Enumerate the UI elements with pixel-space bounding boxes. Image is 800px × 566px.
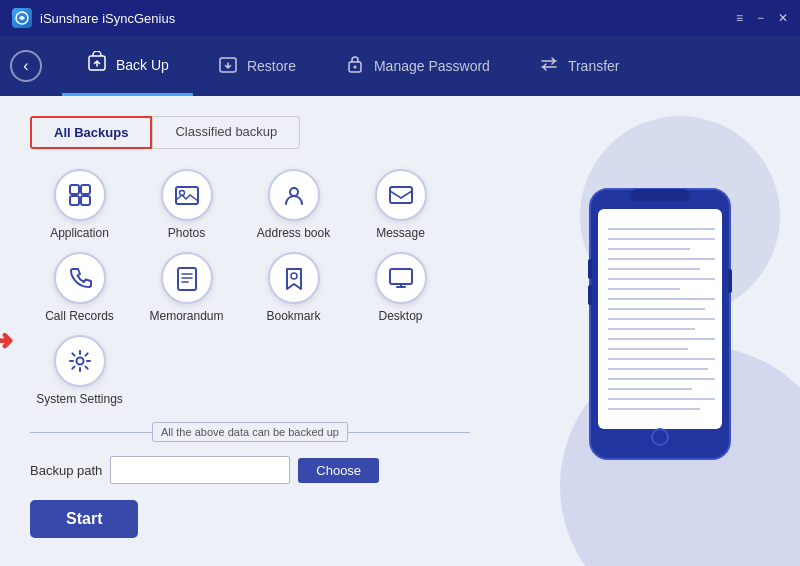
icon-desktop[interactable]: Desktop (351, 252, 450, 323)
tab-restore[interactable]: Restore (193, 36, 320, 96)
svg-rect-8 (81, 196, 90, 205)
icon-bookmark[interactable]: Bookmark (244, 252, 343, 323)
backup-path-input[interactable] (110, 456, 290, 484)
system-settings-label: System Settings (36, 392, 123, 406)
choose-button[interactable]: Choose (298, 458, 379, 483)
address-book-icon (268, 169, 320, 221)
icons-grid: Application Photos (30, 169, 450, 406)
address-book-label: Address book (257, 226, 330, 240)
svg-rect-5 (70, 185, 79, 194)
tab-restore-label: Restore (247, 58, 296, 74)
application-icon (54, 169, 106, 221)
backup-tabs: All Backups Classified backup (30, 116, 490, 149)
title-bar-left: iSunshare iSyncGenius (12, 8, 175, 28)
menu-icon[interactable]: ≡ (736, 11, 743, 25)
memorandum-icon (161, 252, 213, 304)
right-panel (520, 96, 800, 566)
svg-rect-12 (390, 187, 412, 203)
bookmark-icon (268, 252, 320, 304)
svg-rect-42 (728, 269, 732, 293)
tab-backup-label: Back Up (116, 57, 169, 73)
transfer-icon (538, 53, 560, 80)
call-records-icon (54, 252, 106, 304)
desktop-label: Desktop (378, 309, 422, 323)
nav-tabs: Back Up Restore Manage Password (62, 36, 800, 96)
start-button[interactable]: Start (30, 500, 138, 538)
svg-rect-19 (630, 189, 690, 201)
tab-all-backups[interactable]: All Backups (30, 116, 152, 149)
message-icon (375, 169, 427, 221)
tab-transfer-label: Transfer (568, 58, 620, 74)
tab-manage-password[interactable]: Manage Password (320, 36, 514, 96)
tab-manage-password-label: Manage Password (374, 58, 490, 74)
svg-point-11 (290, 188, 298, 196)
message-label: Message (376, 226, 425, 240)
system-settings-icon (54, 335, 106, 387)
phone-illustration (570, 179, 750, 483)
close-button[interactable]: ✕ (778, 11, 788, 25)
restore-icon (217, 53, 239, 80)
nav-bar: ‹ Back Up Restore (0, 36, 800, 96)
svg-rect-6 (81, 185, 90, 194)
divider-right (348, 432, 470, 433)
icon-call-records[interactable]: Call Records (30, 252, 129, 323)
svg-rect-41 (588, 285, 592, 305)
password-icon (344, 53, 366, 80)
backup-path-label: Backup path (30, 463, 102, 478)
desktop-icon (375, 252, 427, 304)
application-label: Application (50, 226, 109, 240)
icon-address-book[interactable]: Address book (244, 169, 343, 240)
divider-text: All the above data can be backed up (152, 422, 348, 442)
svg-rect-40 (588, 259, 592, 279)
bookmark-label: Bookmark (266, 309, 320, 323)
photos-icon (161, 169, 213, 221)
left-panel: ➜ All Backups Classified backup (0, 96, 520, 566)
back-button[interactable]: ‹ (10, 50, 42, 82)
svg-rect-9 (176, 187, 198, 204)
tab-classified-backup[interactable]: Classified backup (152, 116, 300, 149)
svg-rect-13 (178, 268, 196, 290)
minimize-button[interactable]: − (757, 11, 764, 25)
divider-row: All the above data can be backed up (30, 422, 470, 442)
window-controls[interactable]: ≡ − ✕ (736, 11, 788, 25)
tab-backup[interactable]: Back Up (62, 36, 193, 96)
svg-point-16 (76, 358, 83, 365)
arrow-indicator: ➜ (0, 324, 13, 357)
icon-photos[interactable]: Photos (137, 169, 236, 240)
title-bar: iSunshare iSyncGenius ≡ − ✕ (0, 0, 800, 36)
icon-application[interactable]: Application (30, 169, 129, 240)
backup-path-row: Backup path Choose (30, 456, 490, 484)
photos-label: Photos (168, 226, 205, 240)
icon-message[interactable]: Message (351, 169, 450, 240)
app-title: iSunshare iSyncGenius (40, 11, 175, 26)
svg-rect-7 (70, 196, 79, 205)
backup-icon (86, 51, 108, 78)
call-records-label: Call Records (45, 309, 114, 323)
icon-memorandum[interactable]: Memorandum (137, 252, 236, 323)
app-icon (12, 8, 32, 28)
main-content: ➜ All Backups Classified backup (0, 96, 800, 566)
icon-system-settings[interactable]: System Settings (30, 335, 129, 406)
tab-transfer[interactable]: Transfer (514, 36, 644, 96)
svg-point-4 (353, 65, 356, 68)
svg-rect-15 (390, 269, 412, 284)
memorandum-label: Memorandum (149, 309, 223, 323)
divider-left (30, 432, 152, 433)
svg-point-14 (291, 273, 297, 279)
